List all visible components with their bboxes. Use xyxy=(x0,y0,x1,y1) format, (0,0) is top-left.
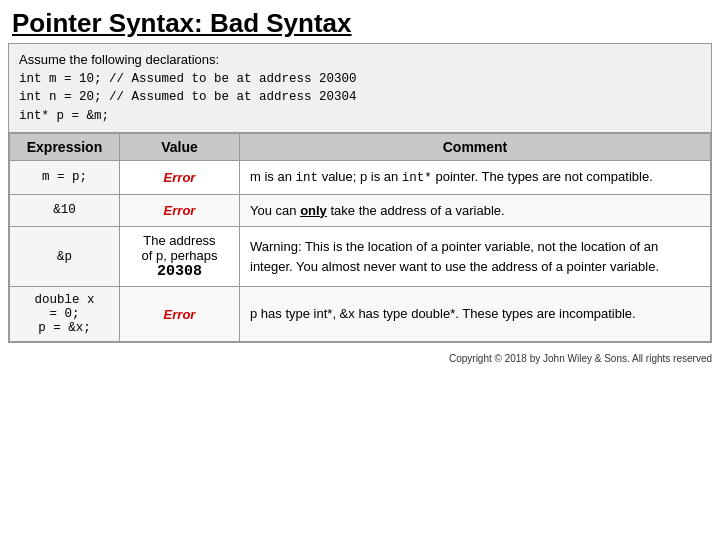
preamble: Assume the following declarations: int m… xyxy=(9,44,711,133)
comment-cell-4: p has type int*, &x has type double*. Th… xyxy=(240,287,711,342)
emphasis-only: only xyxy=(300,203,327,218)
expr-cell-2: &10 xyxy=(10,194,120,227)
table-row: double x = 0; p = &x; Error p has type i… xyxy=(10,287,711,342)
table-row: &10 Error You can only take the address … xyxy=(10,194,711,227)
error-badge-2: Error xyxy=(164,203,196,218)
preamble-line3: int* p = &m; xyxy=(19,107,701,126)
expr-cell-4: double x = 0; p = &x; xyxy=(10,287,120,342)
header-expression: Expression xyxy=(10,133,120,160)
expr-cell-1: m = p; xyxy=(10,160,120,194)
comment-cell-2: You can only take the address of a varia… xyxy=(240,194,711,227)
comment-cell-3: Warning: This is the location of a point… xyxy=(240,227,711,287)
value-cell-4: Error xyxy=(120,287,240,342)
page-title: Pointer Syntax: Bad Syntax xyxy=(0,0,720,43)
value-cell-2: Error xyxy=(120,194,240,227)
error-badge-4: Error xyxy=(164,307,196,322)
address-number: 20308 xyxy=(157,263,202,280)
table-row: &p The addressof p, perhaps 20308 Warnin… xyxy=(10,227,711,287)
preamble-line0: Assume the following declarations: xyxy=(19,50,701,70)
header-value: Value xyxy=(120,133,240,160)
inline-code: int xyxy=(296,171,319,185)
copyright-text: Copyright © 2018 by John Wiley & Sons. A… xyxy=(0,351,720,366)
inline-code: int* xyxy=(402,171,432,185)
comment-cell-1: m is an int value; p is an int* pointer.… xyxy=(240,160,711,194)
header-comment: Comment xyxy=(240,133,711,160)
main-container: Assume the following declarations: int m… xyxy=(8,43,712,343)
expr-cell-3: &p xyxy=(10,227,120,287)
value-cell-1: Error xyxy=(120,160,240,194)
preamble-line2: int n = 20; // Assumed to be at address … xyxy=(19,88,701,107)
value-cell-3: The addressof p, perhaps 20308 xyxy=(120,227,240,287)
preamble-line1: int m = 10; // Assumed to be at address … xyxy=(19,70,701,89)
error-badge-1: Error xyxy=(164,170,196,185)
table-row: m = p; Error m is an int value; p is an … xyxy=(10,160,711,194)
syntax-table: Expression Value Comment m = p; Error m … xyxy=(9,133,711,342)
